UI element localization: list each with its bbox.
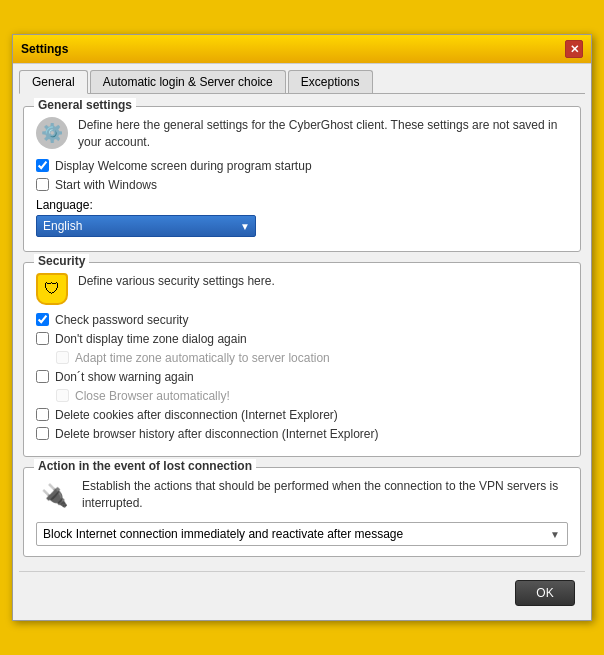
close-browser-checkbox: [56, 389, 69, 402]
check-password-checkbox[interactable]: [36, 313, 49, 326]
no-warning-row: Don´t show warning again: [36, 370, 568, 384]
start-windows-checkbox[interactable]: [36, 178, 49, 191]
no-timezone-label: Don't display time zone dialog again: [55, 332, 247, 346]
welcome-screen-label: Display Welcome screen during program st…: [55, 159, 312, 173]
gear-icon: ⚙️: [36, 117, 68, 149]
general-settings-desc: Define here the general settings for the…: [78, 117, 568, 151]
no-timezone-checkbox[interactable]: [36, 332, 49, 345]
content-area: General settings ⚙️ Define here the gene…: [19, 102, 585, 571]
shield-icon: 🛡: [36, 273, 68, 305]
language-select[interactable]: English: [36, 215, 256, 237]
settings-window: Settings ✕ General Automatic login & Ser…: [12, 34, 592, 621]
del-history-checkbox[interactable]: [36, 427, 49, 440]
del-history-row: Delete browser history after disconnecti…: [36, 427, 568, 441]
start-windows-label: Start with Windows: [55, 178, 157, 192]
close-browser-label: Close Browser automatically!: [75, 389, 230, 403]
security-group: Security 🛡 Define various security setti…: [23, 262, 581, 457]
no-warning-checkbox[interactable]: [36, 370, 49, 383]
no-timezone-row: Don't display time zone dialog again: [36, 332, 568, 346]
window-body: General Automatic login & Server choice …: [13, 64, 591, 620]
close-browser-row: Close Browser automatically!: [56, 389, 568, 403]
security-desc: Define various security settings here.: [78, 273, 275, 290]
lost-connection-label: Action in the event of lost connection: [34, 459, 256, 473]
lost-connection-select-wrapper: Block Internet connection immediately an…: [36, 522, 568, 546]
security-header: 🛡 Define various security settings here.: [36, 273, 568, 305]
lost-connection-header: 🔌 Establish the actions that should be p…: [36, 478, 568, 514]
del-cookies-label: Delete cookies after disconnection (Inte…: [55, 408, 338, 422]
connection-icon: 🔌: [36, 478, 72, 514]
del-cookies-row: Delete cookies after disconnection (Inte…: [36, 408, 568, 422]
adapt-timezone-checkbox: [56, 351, 69, 364]
adapt-timezone-row: Adapt time zone automatically to server …: [56, 351, 568, 365]
welcome-screen-checkbox[interactable]: [36, 159, 49, 172]
start-windows-row: Start with Windows: [36, 178, 568, 192]
window-title: Settings: [21, 42, 68, 56]
lost-connection-desc: Establish the actions that should be per…: [82, 478, 568, 512]
language-select-wrapper: English: [36, 215, 256, 237]
check-password-label: Check password security: [55, 313, 188, 327]
del-cookies-checkbox[interactable]: [36, 408, 49, 421]
ok-button[interactable]: OK: [515, 580, 575, 606]
del-history-label: Delete browser history after disconnecti…: [55, 427, 378, 441]
general-settings-group: General settings ⚙️ Define here the gene…: [23, 106, 581, 252]
lost-connection-group: Action in the event of lost connection 🔌…: [23, 467, 581, 557]
welcome-screen-row: Display Welcome screen during program st…: [36, 159, 568, 173]
adapt-timezone-label: Adapt time zone automatically to server …: [75, 351, 330, 365]
language-row: Language: English: [36, 198, 568, 237]
general-settings-label: General settings: [34, 98, 136, 112]
general-settings-header: ⚙️ Define here the general settings for …: [36, 117, 568, 151]
tab-general[interactable]: General: [19, 70, 88, 94]
security-group-label: Security: [34, 254, 89, 268]
no-warning-label: Don´t show warning again: [55, 370, 194, 384]
tab-autologin[interactable]: Automatic login & Server choice: [90, 70, 286, 93]
lost-connection-select[interactable]: Block Internet connection immediately an…: [36, 522, 568, 546]
lost-connection-dropdown-row: Block Internet connection immediately an…: [36, 522, 568, 546]
tab-bar: General Automatic login & Server choice …: [19, 70, 585, 94]
close-button[interactable]: ✕: [565, 40, 583, 58]
footer: OK: [19, 571, 585, 614]
tab-exceptions[interactable]: Exceptions: [288, 70, 373, 93]
check-password-row: Check password security: [36, 313, 568, 327]
language-label: Language:: [36, 198, 568, 212]
title-bar: Settings ✕: [13, 35, 591, 64]
